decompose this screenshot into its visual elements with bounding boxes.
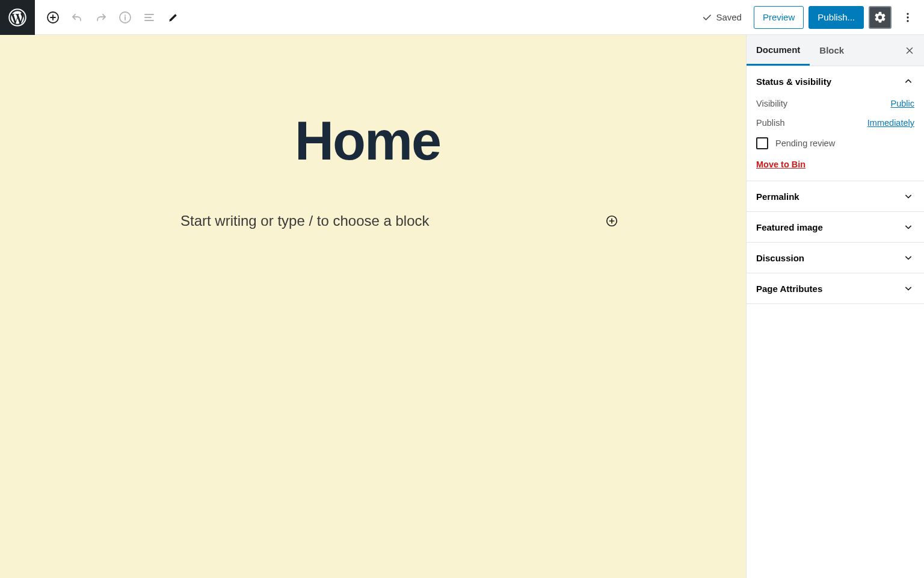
wordpress-logo[interactable] <box>0 0 35 35</box>
plus-circle-icon <box>46 10 60 25</box>
publish-button[interactable]: Publish... <box>808 6 864 29</box>
undo-button[interactable] <box>65 5 89 30</box>
more-vertical-icon <box>901 11 914 24</box>
sidebar-tabs: Document Block <box>747 35 924 66</box>
pending-review-checkbox[interactable] <box>756 137 768 149</box>
publish-label: Publish... <box>818 12 855 22</box>
move-to-bin-link[interactable]: Move to Bin <box>756 160 805 169</box>
chevron-up-icon <box>902 75 914 87</box>
preview-button[interactable]: Preview <box>754 6 804 29</box>
gear-icon <box>873 11 887 24</box>
panel-page-attributes-header[interactable]: Page Attributes <box>747 273 924 303</box>
close-icon <box>904 45 915 56</box>
save-status: Saved <box>701 12 742 23</box>
toolbar-left-group <box>35 5 185 30</box>
plus-circle-icon <box>605 214 618 228</box>
publish-row: Publish Immediately <box>756 118 914 128</box>
panel-discussion: Discussion <box>747 243 924 273</box>
panel-status-body: Visibility Public Publish Immediately Pe… <box>747 96 924 181</box>
visibility-row: Visibility Public <box>756 99 914 108</box>
panel-permalink: Permalink <box>747 181 924 212</box>
svg-point-6 <box>907 20 908 22</box>
check-icon <box>701 12 712 23</box>
chevron-down-icon <box>902 221 914 233</box>
undo-icon <box>70 10 84 25</box>
editor-canvas[interactable]: Home Start writing or type / to choose a… <box>0 35 746 578</box>
tab-block[interactable]: Block <box>810 35 854 66</box>
panel-discussion-header[interactable]: Discussion <box>747 243 924 273</box>
panel-permalink-title: Permalink <box>756 191 799 202</box>
panel-permalink-header[interactable]: Permalink <box>747 181 924 211</box>
panel-page-attributes-title: Page Attributes <box>756 284 822 294</box>
publish-label: Publish <box>756 118 785 128</box>
info-circle-icon <box>118 10 132 25</box>
panel-featured-image-header[interactable]: Featured image <box>747 212 924 242</box>
tab-document[interactable]: Document <box>747 35 810 66</box>
wordpress-icon <box>8 8 26 26</box>
chevron-down-icon <box>902 282 914 294</box>
outline-button[interactable] <box>137 5 161 30</box>
svg-point-5 <box>907 16 908 18</box>
tab-block-label: Block <box>819 45 844 55</box>
settings-button[interactable] <box>869 6 892 29</box>
edit-button[interactable] <box>161 5 185 30</box>
info-button[interactable] <box>113 5 137 30</box>
settings-sidebar: Document Block Status & visibility <box>746 35 924 578</box>
panel-discussion-title: Discussion <box>756 253 804 263</box>
svg-point-4 <box>907 13 908 14</box>
tab-document-label: Document <box>756 45 800 55</box>
editor-toolbar: Saved Preview Publish... <box>0 0 924 35</box>
pending-review-row[interactable]: Pending review <box>756 137 914 149</box>
panel-featured-image: Featured image <box>747 212 924 243</box>
panel-status-title: Status & visibility <box>756 76 831 87</box>
more-button[interactable] <box>896 6 919 29</box>
list-icon <box>142 10 156 25</box>
preview-label: Preview <box>763 12 795 22</box>
chevron-down-icon <box>902 190 914 202</box>
chevron-down-icon <box>902 252 914 264</box>
close-sidebar-button[interactable] <box>895 35 924 66</box>
redo-button[interactable] <box>89 5 113 30</box>
publish-value[interactable]: Immediately <box>867 118 914 128</box>
redo-icon <box>94 10 108 25</box>
add-block-button[interactable] <box>41 5 65 30</box>
panel-status-header[interactable]: Status & visibility <box>747 66 924 96</box>
page-title[interactable]: Home <box>295 110 440 172</box>
add-block-inline-button[interactable] <box>604 213 620 229</box>
panel-featured-image-title: Featured image <box>756 222 823 232</box>
pending-review-label: Pending review <box>775 138 835 148</box>
block-placeholder-row[interactable]: Start writing or type / to choose a bloc… <box>180 213 626 229</box>
block-placeholder-text: Start writing or type / to choose a bloc… <box>180 213 430 229</box>
panel-page-attributes: Page Attributes <box>747 273 924 304</box>
svg-point-3 <box>125 14 126 16</box>
visibility-label: Visibility <box>756 99 787 108</box>
visibility-value[interactable]: Public <box>891 99 915 108</box>
saved-label: Saved <box>716 12 742 22</box>
panel-status-visibility: Status & visibility Visibility Public Pu… <box>747 66 924 181</box>
toolbar-right-group: Saved Preview Publish... <box>701 6 924 29</box>
pencil-icon <box>167 11 179 23</box>
